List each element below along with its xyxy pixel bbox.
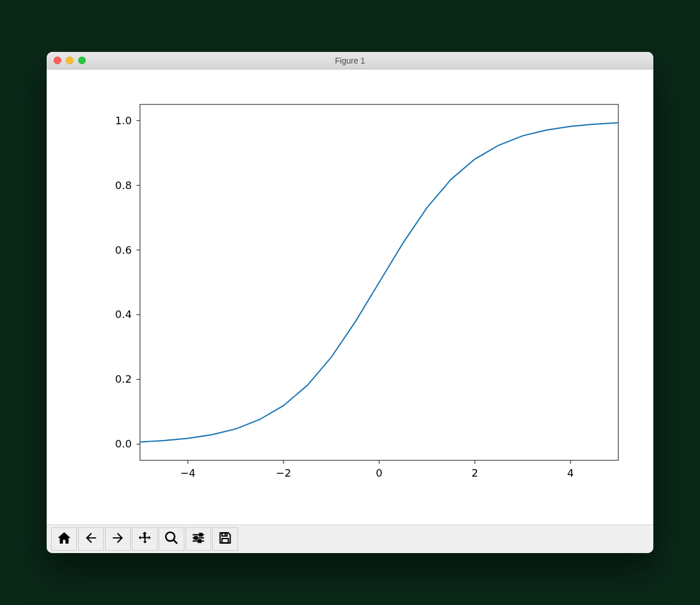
svg-rect-29 (195, 537, 197, 539)
home-icon (57, 530, 72, 548)
save-button[interactable] (212, 527, 238, 551)
svg-text:0.0: 0.0 (115, 438, 132, 450)
configure-subplots-button[interactable] (186, 527, 211, 551)
home-button[interactable] (51, 527, 77, 551)
move-icon (137, 530, 152, 548)
figure-canvas[interactable]: −4−20240.00.20.40.60.81.0 (47, 69, 653, 524)
traffic-lights (47, 57, 86, 64)
back-button[interactable] (78, 527, 104, 551)
zoom-icon (164, 530, 179, 548)
sliders-icon (191, 530, 206, 548)
minimize-window-button[interactable] (66, 57, 74, 64)
svg-rect-32 (222, 538, 229, 543)
pan-button[interactable] (132, 527, 158, 551)
zoom-button[interactable] (159, 527, 184, 551)
svg-text:0.8: 0.8 (115, 179, 132, 191)
svg-text:1.0: 1.0 (115, 114, 132, 127)
svg-text:0.4: 0.4 (115, 308, 132, 320)
chart-container: −4−20240.00.20.40.60.81.0 (58, 81, 642, 519)
svg-text:0.6: 0.6 (115, 244, 132, 256)
app-window: Figure 1 −4−20240.00.20.40.60.81.0 (47, 52, 653, 553)
window-titlebar: Figure 1 (47, 52, 653, 69)
svg-line-24 (173, 540, 177, 544)
svg-text:0.2: 0.2 (115, 373, 132, 385)
matplotlib-toolbar (47, 524, 653, 553)
svg-text:2: 2 (471, 467, 478, 479)
forward-button[interactable] (105, 527, 131, 551)
chart-svg: −4−20240.00.20.40.60.81.0 (58, 81, 642, 519)
arrow-left-icon (83, 530, 99, 548)
window-title: Figure 1 (47, 56, 653, 65)
maximize-window-button[interactable] (78, 57, 86, 64)
arrow-right-icon (110, 530, 125, 548)
close-window-button[interactable] (54, 57, 61, 64)
svg-rect-28 (200, 533, 202, 536)
svg-text:4: 4 (567, 467, 573, 479)
svg-point-23 (166, 532, 174, 541)
svg-text:−4: −4 (180, 467, 196, 479)
save-icon (218, 530, 233, 548)
svg-text:−2: −2 (276, 467, 292, 479)
svg-text:0: 0 (376, 467, 382, 479)
svg-rect-30 (198, 540, 201, 542)
